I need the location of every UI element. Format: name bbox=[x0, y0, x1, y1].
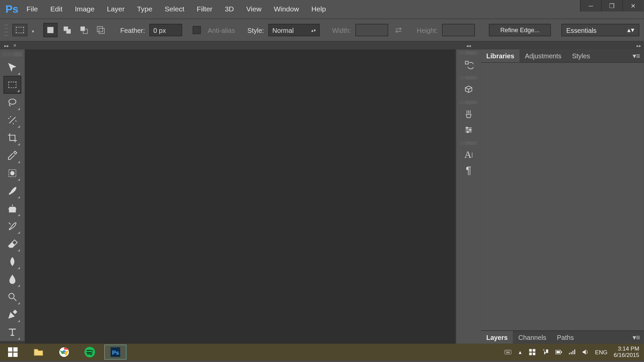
menu-select[interactable]: Select bbox=[159, 0, 191, 18]
tray-clock[interactable]: 3:14 PM 6/16/2015 bbox=[614, 346, 639, 359]
brush-presets-panel-icon[interactable] bbox=[460, 106, 478, 122]
svg-rect-37 bbox=[569, 353, 570, 354]
blur-tool[interactable] bbox=[4, 270, 21, 288]
windows-flag-icon[interactable] bbox=[529, 349, 536, 356]
feather-input[interactable] bbox=[149, 24, 182, 36]
window-minimize-button[interactable]: ─ bbox=[580, 0, 601, 11]
paragraph-panel-icon[interactable]: ¶ bbox=[460, 163, 478, 178]
svg-point-14 bbox=[467, 131, 469, 133]
tab-channels[interactable]: Channels bbox=[513, 331, 551, 344]
eyedropper-tool[interactable] bbox=[4, 147, 21, 165]
collapse-right-icon[interactable]: ▸▸ bbox=[481, 42, 644, 50]
rectangular-marquee-icon bbox=[8, 82, 16, 88]
battery-icon[interactable] bbox=[555, 349, 562, 356]
menu-filter[interactable]: Filter bbox=[191, 0, 219, 18]
history-brush-tool[interactable] bbox=[4, 217, 21, 235]
action-center-flag-icon[interactable] bbox=[542, 349, 549, 356]
width-input bbox=[355, 24, 388, 36]
language-indicator[interactable]: ENG bbox=[595, 349, 607, 356]
character-panel-icon[interactable]: A| bbox=[460, 147, 478, 163]
dodge-tool[interactable] bbox=[4, 288, 21, 306]
3d-panel-icon[interactable] bbox=[460, 81, 478, 97]
workspace-switcher[interactable]: Essentials ▴▾ bbox=[561, 24, 639, 36]
svg-rect-11 bbox=[465, 61, 468, 64]
svg-rect-18 bbox=[13, 353, 18, 357]
adjustments-sliders-panel-icon[interactable] bbox=[460, 122, 478, 138]
tray-date: 6/16/2015 bbox=[614, 352, 639, 358]
style-dropdown[interactable]: Normal ▴▾ bbox=[268, 24, 320, 36]
start-button[interactable] bbox=[2, 345, 24, 360]
svg-rect-26 bbox=[507, 351, 507, 352]
menu-type[interactable]: Type bbox=[131, 0, 159, 18]
history-panel-icon[interactable] bbox=[460, 57, 478, 72]
eraser-tool[interactable] bbox=[4, 235, 21, 253]
volume-icon[interactable] bbox=[582, 349, 589, 356]
menu-file[interactable]: File bbox=[20, 0, 44, 18]
svg-rect-36 bbox=[556, 351, 560, 353]
move-tool[interactable] bbox=[4, 58, 21, 76]
tab-styles[interactable]: Styles bbox=[567, 50, 595, 62]
taskbar-photoshop[interactable]: Ps bbox=[104, 345, 126, 360]
svg-rect-6 bbox=[99, 28, 104, 34]
svg-rect-38 bbox=[571, 352, 572, 354]
chevron-updown-icon: ▴▾ bbox=[627, 26, 634, 34]
svg-rect-15 bbox=[8, 347, 12, 352]
close-tab-icon[interactable]: × bbox=[13, 43, 16, 49]
collapse-arrows-icon[interactable]: ◂◂ bbox=[456, 42, 481, 50]
wifi-signal-icon[interactable] bbox=[569, 349, 576, 356]
magic-wand-tool[interactable] bbox=[4, 111, 21, 129]
svg-rect-40 bbox=[574, 350, 575, 354]
window-maximize-button[interactable]: ❐ bbox=[601, 0, 622, 11]
menu-image[interactable]: Image bbox=[69, 0, 101, 18]
gradient-tool[interactable] bbox=[4, 253, 21, 270]
swap-width-height-icon: ⇄ bbox=[395, 25, 402, 35]
style-value: Normal bbox=[272, 26, 294, 34]
options-drag-handle[interactable] bbox=[4, 23, 8, 37]
panel-menu-icon[interactable]: ▾≡ bbox=[629, 50, 644, 62]
canvas-area[interactable] bbox=[25, 50, 455, 344]
windows-taskbar: Ps ▲ ENG 3:14 PM 6/16/2015 bbox=[0, 344, 644, 360]
intersect-selection-button[interactable] bbox=[94, 23, 108, 37]
add-to-selection-button[interactable] bbox=[60, 23, 74, 37]
tab-paths[interactable]: Paths bbox=[552, 331, 579, 344]
pen-tool[interactable] bbox=[4, 306, 21, 323]
right-panel-cluster: ◂◂ A| ¶ ▸▸ Libraries Adjustments Styles … bbox=[456, 42, 644, 344]
lasso-tool[interactable] bbox=[4, 94, 21, 111]
feather-label: Feather: bbox=[120, 26, 145, 34]
new-selection-button[interactable] bbox=[43, 23, 57, 37]
refine-edge-button[interactable]: Refine Edge... bbox=[489, 24, 551, 36]
svg-point-7 bbox=[9, 99, 16, 104]
tray-chevron-up-icon[interactable]: ▲ bbox=[518, 350, 523, 355]
clone-stamp-tool[interactable] bbox=[4, 200, 21, 218]
libraries-panel-body[interactable] bbox=[481, 63, 644, 330]
tab-libraries[interactable]: Libraries bbox=[481, 50, 520, 62]
menu-view[interactable]: View bbox=[240, 0, 268, 18]
tool-preset-picker[interactable]: ▾ bbox=[12, 24, 28, 36]
brush-tool[interactable] bbox=[4, 182, 21, 200]
spot-healing-brush-tool[interactable] bbox=[4, 164, 21, 182]
crop-tool[interactable] bbox=[4, 129, 21, 147]
taskbar-chrome[interactable] bbox=[53, 345, 75, 360]
menu-layer[interactable]: Layer bbox=[101, 0, 131, 18]
menu-window[interactable]: Window bbox=[268, 0, 305, 18]
panel-menu-icon[interactable]: ▾≡ bbox=[629, 331, 644, 344]
tab-adjustments[interactable]: Adjustments bbox=[520, 50, 567, 62]
menu-edit[interactable]: Edit bbox=[44, 0, 69, 18]
keyboard-icon[interactable] bbox=[504, 349, 512, 356]
rectangular-marquee-tool[interactable] bbox=[4, 76, 21, 94]
tools-panel bbox=[0, 50, 25, 341]
subtract-from-selection-button[interactable] bbox=[77, 23, 91, 37]
tray-time: 3:14 PM bbox=[614, 346, 639, 352]
expand-dock-icon[interactable]: ▸▸ bbox=[4, 43, 9, 48]
tab-layers[interactable]: Layers bbox=[481, 331, 513, 344]
menu-help[interactable]: Help bbox=[305, 0, 332, 18]
svg-point-13 bbox=[469, 129, 471, 131]
menu-3d[interactable]: 3D bbox=[219, 0, 240, 18]
options-bar: ▾ Feather: Anti-alias Style: Normal ▴▾ W… bbox=[0, 18, 644, 42]
taskbar-file-explorer[interactable] bbox=[28, 345, 50, 360]
taskbar-spotify[interactable] bbox=[79, 345, 101, 360]
antialias-checkbox bbox=[193, 26, 201, 34]
type-tool[interactable] bbox=[4, 323, 21, 341]
window-close-button[interactable]: ✕ bbox=[623, 0, 644, 11]
tools-drag-handle[interactable] bbox=[3, 52, 22, 57]
